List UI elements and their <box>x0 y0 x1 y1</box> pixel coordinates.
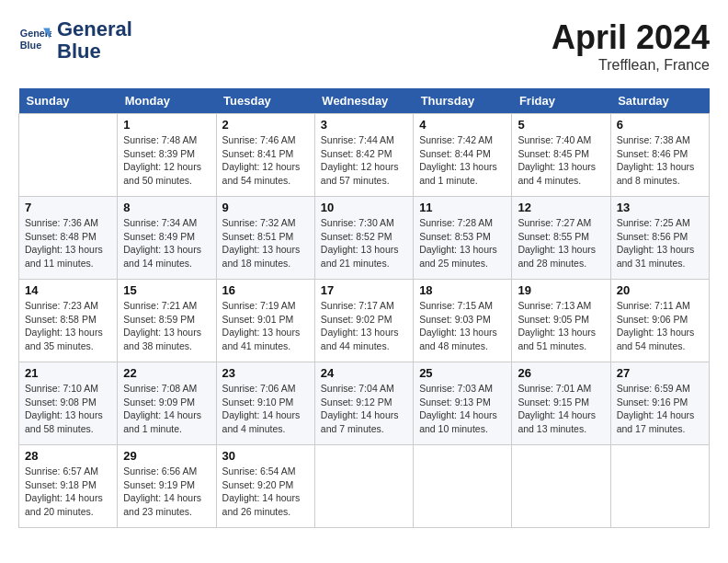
calendar-cell <box>610 445 709 528</box>
calendar-cell: 26Sunrise: 7:01 AMSunset: 9:15 PMDayligh… <box>512 362 610 445</box>
day-info: Sunrise: 6:57 AMSunset: 9:18 PMDaylight:… <box>25 465 111 519</box>
day-number: 26 <box>518 366 604 380</box>
day-info: Sunrise: 7:21 AMSunset: 8:59 PMDaylight:… <box>123 299 210 353</box>
day-info: Sunrise: 6:59 AMSunset: 9:16 PMDaylight:… <box>617 382 703 436</box>
calendar-cell: 12Sunrise: 7:27 AMSunset: 8:55 PMDayligh… <box>512 197 610 280</box>
day-info: Sunrise: 7:03 AMSunset: 9:13 PMDaylight:… <box>419 382 506 436</box>
day-number: 14 <box>25 283 111 297</box>
day-number: 19 <box>518 283 604 297</box>
calendar-cell: 4Sunrise: 7:42 AMSunset: 8:44 PMDaylight… <box>414 114 512 197</box>
day-info: Sunrise: 7:32 AMSunset: 8:51 PMDaylight:… <box>222 216 309 270</box>
calendar-cell: 16Sunrise: 7:19 AMSunset: 9:01 PMDayligh… <box>216 280 314 362</box>
day-info: Sunrise: 7:19 AMSunset: 9:01 PMDaylight:… <box>222 299 309 353</box>
day-info: Sunrise: 7:44 AMSunset: 8:42 PMDaylight:… <box>321 133 407 188</box>
title-block: April 2024 Trefflean, France <box>552 18 710 74</box>
calendar-cell: 23Sunrise: 7:06 AMSunset: 9:10 PMDayligh… <box>216 362 314 445</box>
page-header: General Blue General Blue April 2024 Tre… <box>18 18 710 74</box>
svg-text:Blue: Blue <box>20 40 41 51</box>
calendar-cell <box>512 445 610 528</box>
calendar-cell: 11Sunrise: 7:28 AMSunset: 8:53 PMDayligh… <box>414 197 512 280</box>
calendar-cell <box>19 114 118 197</box>
col-header-monday: Monday <box>118 88 216 114</box>
day-number: 21 <box>25 366 111 380</box>
day-number: 27 <box>617 366 703 380</box>
day-number: 29 <box>123 449 210 463</box>
day-number: 10 <box>321 201 407 214</box>
day-info: Sunrise: 7:42 AMSunset: 8:44 PMDaylight:… <box>419 133 506 188</box>
day-number: 25 <box>419 366 506 380</box>
calendar-table: SundayMondayTuesdayWednesdayThursdayFrid… <box>18 88 710 528</box>
day-info: Sunrise: 7:34 AMSunset: 8:49 PMDaylight:… <box>123 216 210 270</box>
day-info: Sunrise: 6:56 AMSunset: 9:19 PMDaylight:… <box>123 465 210 519</box>
calendar-cell: 7Sunrise: 7:36 AMSunset: 8:48 PMDaylight… <box>19 197 118 280</box>
calendar-cell: 15Sunrise: 7:21 AMSunset: 8:59 PMDayligh… <box>118 280 216 362</box>
calendar-cell: 19Sunrise: 7:13 AMSunset: 9:05 PMDayligh… <box>512 280 610 362</box>
day-number: 24 <box>321 366 407 380</box>
day-number: 20 <box>617 283 703 297</box>
col-header-saturday: Saturday <box>610 88 709 114</box>
calendar-cell: 28Sunrise: 6:57 AMSunset: 9:18 PMDayligh… <box>19 445 118 528</box>
day-info: Sunrise: 7:11 AMSunset: 9:06 PMDaylight:… <box>617 299 703 353</box>
day-info: Sunrise: 7:15 AMSunset: 9:03 PMDaylight:… <box>419 299 506 353</box>
location-title: Trefflean, France <box>552 57 710 74</box>
day-info: Sunrise: 7:28 AMSunset: 8:53 PMDaylight:… <box>419 216 506 270</box>
month-title: April 2024 <box>552 18 710 57</box>
calendar-cell: 29Sunrise: 6:56 AMSunset: 9:19 PMDayligh… <box>118 445 216 528</box>
calendar-cell: 5Sunrise: 7:40 AMSunset: 8:45 PMDaylight… <box>512 114 610 197</box>
day-number: 17 <box>321 283 407 297</box>
calendar-week-row: 14Sunrise: 7:23 AMSunset: 8:58 PMDayligh… <box>19 280 710 362</box>
calendar-cell: 20Sunrise: 7:11 AMSunset: 9:06 PMDayligh… <box>610 280 709 362</box>
day-info: Sunrise: 6:54 AMSunset: 9:20 PMDaylight:… <box>222 465 309 519</box>
day-number: 15 <box>123 283 210 297</box>
day-number: 8 <box>123 201 210 214</box>
day-info: Sunrise: 7:23 AMSunset: 8:58 PMDaylight:… <box>25 299 111 353</box>
calendar-header-row: SundayMondayTuesdayWednesdayThursdayFrid… <box>19 88 710 114</box>
day-number: 1 <box>123 118 210 132</box>
logo-text: General Blue <box>57 18 132 63</box>
day-info: Sunrise: 7:10 AMSunset: 9:08 PMDaylight:… <box>25 382 111 436</box>
col-header-tuesday: Tuesday <box>216 88 314 114</box>
calendar-cell: 2Sunrise: 7:46 AMSunset: 8:41 PMDaylight… <box>216 114 314 197</box>
calendar-cell: 30Sunrise: 6:54 AMSunset: 9:20 PMDayligh… <box>216 445 314 528</box>
logo-icon: General Blue <box>18 24 51 57</box>
calendar-cell: 9Sunrise: 7:32 AMSunset: 8:51 PMDaylight… <box>216 197 314 280</box>
day-info: Sunrise: 7:46 AMSunset: 8:41 PMDaylight:… <box>222 133 309 188</box>
day-info: Sunrise: 7:06 AMSunset: 9:10 PMDaylight:… <box>222 382 309 436</box>
day-number: 18 <box>419 283 506 297</box>
day-info: Sunrise: 7:25 AMSunset: 8:56 PMDaylight:… <box>617 216 703 270</box>
day-number: 2 <box>222 118 309 132</box>
day-number: 30 <box>222 449 309 463</box>
calendar-week-row: 21Sunrise: 7:10 AMSunset: 9:08 PMDayligh… <box>19 362 710 445</box>
day-number: 12 <box>518 201 604 214</box>
logo: General Blue General Blue <box>18 18 132 63</box>
day-number: 6 <box>617 118 703 132</box>
calendar-week-row: 28Sunrise: 6:57 AMSunset: 9:18 PMDayligh… <box>19 445 710 528</box>
calendar-cell: 21Sunrise: 7:10 AMSunset: 9:08 PMDayligh… <box>19 362 118 445</box>
day-number: 3 <box>321 118 407 132</box>
day-info: Sunrise: 7:40 AMSunset: 8:45 PMDaylight:… <box>518 133 604 188</box>
calendar-cell: 22Sunrise: 7:08 AMSunset: 9:09 PMDayligh… <box>118 362 216 445</box>
calendar-cell <box>314 445 413 528</box>
calendar-cell: 18Sunrise: 7:15 AMSunset: 9:03 PMDayligh… <box>414 280 512 362</box>
col-header-wednesday: Wednesday <box>314 88 413 114</box>
calendar-cell: 10Sunrise: 7:30 AMSunset: 8:52 PMDayligh… <box>314 197 413 280</box>
calendar-cell: 8Sunrise: 7:34 AMSunset: 8:49 PMDaylight… <box>118 197 216 280</box>
day-number: 23 <box>222 366 309 380</box>
day-number: 28 <box>25 449 111 463</box>
calendar-week-row: 7Sunrise: 7:36 AMSunset: 8:48 PMDaylight… <box>19 197 710 280</box>
day-info: Sunrise: 7:04 AMSunset: 9:12 PMDaylight:… <box>321 382 407 436</box>
day-number: 9 <box>222 201 309 214</box>
col-header-sunday: Sunday <box>19 88 118 114</box>
col-header-thursday: Thursday <box>414 88 512 114</box>
calendar-cell: 3Sunrise: 7:44 AMSunset: 8:42 PMDaylight… <box>314 114 413 197</box>
day-number: 13 <box>617 201 703 214</box>
day-info: Sunrise: 7:13 AMSunset: 9:05 PMDaylight:… <box>518 299 604 353</box>
calendar-cell: 17Sunrise: 7:17 AMSunset: 9:02 PMDayligh… <box>314 280 413 362</box>
day-number: 16 <box>222 283 309 297</box>
day-info: Sunrise: 7:48 AMSunset: 8:39 PMDaylight:… <box>123 133 210 188</box>
day-info: Sunrise: 7:17 AMSunset: 9:02 PMDaylight:… <box>321 299 407 353</box>
col-header-friday: Friday <box>512 88 610 114</box>
day-info: Sunrise: 7:27 AMSunset: 8:55 PMDaylight:… <box>518 216 604 270</box>
day-number: 5 <box>518 118 604 132</box>
calendar-cell <box>414 445 512 528</box>
